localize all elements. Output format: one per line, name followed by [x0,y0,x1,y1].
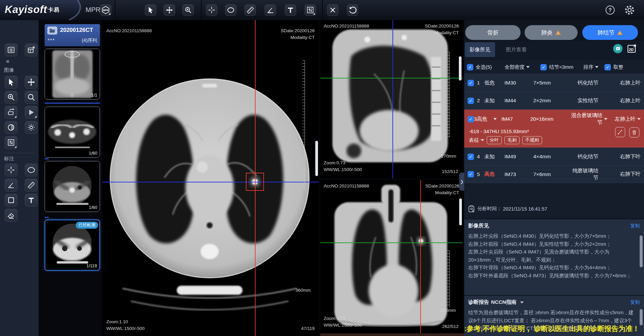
slice-scrollbar[interactable] [315,141,318,176]
window-level-icon [7,138,15,147]
tab-fracture[interactable]: 骨折 [465,25,521,40]
study-header[interactable]: 20200126CT *** (4)序列 [45,24,100,46]
panel-collapse-handle[interactable]: ❯ [459,173,465,191]
nodule-roi-box[interactable] [246,173,264,191]
nodule-row-2[interactable]: ✓ 2 未知 IM44 2×2mm 实性结节 右肺上叶 [464,92,644,109]
tab-image-view[interactable]: 图片查看 [501,42,531,57]
nodule-type-dropdown[interactable]: 混合磨玻璃结节 [568,112,602,126]
rail-ruler-button[interactable] [25,179,38,191]
tab-lung-nodule[interactable]: 肺结节 ! [582,25,638,40]
rail-pointer-button[interactable] [5,76,17,89]
viewport-axial[interactable]: AccNO:202101158888 SDate:20200126 Modali… [102,20,319,336]
thumbnail-xray[interactable]: 1/1 [45,49,100,100]
row-checkbox[interactable]: ✓ [468,80,474,86]
study-title: 20200126CT [60,27,93,34]
rail-brightness-button[interactable] [25,121,38,134]
reset-rotate-button[interactable] [347,4,358,16]
rail-eraser-button[interactable] [5,209,17,222]
risk-level-dropdown[interactable]: 高危 [477,116,492,123]
rail-rectangle-button[interactable] [5,194,17,207]
crosshair-tool-button[interactable] [206,4,217,16]
row-checkbox[interactable]: ✓ [468,171,474,177]
rail-text-button[interactable] [25,194,38,207]
report-icon [615,46,621,51]
layout-close-panel-button[interactable] [25,44,38,56]
rail-angle-button[interactable] [5,179,17,191]
series-list-panel-button[interactable] [5,44,17,56]
ellipse-tool-button[interactable] [225,4,236,16]
trait-chip[interactable]: 分叶 [487,136,502,144]
trait-chip[interactable]: 毛刺 [504,136,520,144]
nodule-location: 右肺下叶 [607,153,641,160]
row-checkbox[interactable]: ✓ [468,154,474,160]
help-button[interactable]: ? [604,4,616,16]
slice-scrollbar[interactable] [459,56,462,80]
density-dropdown[interactable]: 全部密度 [504,64,525,70]
window-level-tool-button[interactable] [305,4,316,16]
nodule-row-1[interactable]: ✓ 1 低危 IM30 7×5mm 钙化结节 右肺上叶 [464,74,644,92]
row-checkbox[interactable]: ✓ [468,98,474,104]
angle-tool-button[interactable] [265,4,276,16]
nodule-row-4[interactable]: ✓ 4 未知 IM49 4×4mm 钙化结节 右肺下叶 [464,148,644,165]
svg-text:MPR: MPR [103,9,109,12]
locate-nodule-button[interactable] [615,127,625,137]
mode-2d-button[interactable]: 2D [627,44,637,53]
rail-crosshair-button[interactable] [5,164,17,176]
findings-copy-button[interactable]: 复制 [630,223,640,229]
ruler-icon [246,6,254,14]
pointer-tool-button[interactable] [145,4,156,16]
rail-cine-play-button[interactable] [25,106,38,119]
report-copy-button[interactable]: 复制 [630,299,640,305]
viewport-coronal[interactable]: AccNO:202101158888 SDate:20200126 Modali… [320,180,463,333]
rail-window-level-button[interactable] [5,136,17,149]
row-number: 5 [477,171,484,177]
folder-button[interactable] [47,26,57,35]
nodule-row-5[interactable]: ✓ 5 高危 IM73 7×6mm 纯磨玻璃结节 右肺下叶 [464,165,644,183]
nodule-row-3-selected[interactable]: ✓ 3 高危 IM47 20×16mm 混合磨玻璃结节 左肺上叶 -618 - … [464,109,644,148]
zoom-in-tool-button[interactable] [182,4,194,16]
thumbnail-ct-scout[interactable]: 1/60 [45,161,100,212]
crosshair-vertical-blue[interactable] [392,20,393,178]
report-chat-button[interactable] [613,44,623,53]
finding-line: 右肺下叶背段（SeNO.4 IM49）见钙化结节影，大小为4×4mm； [468,264,636,272]
tab-imaging-findings[interactable]: 影像所见 [465,42,495,57]
crosshair-vertical-red[interactable] [420,180,421,333]
findings-scrollbar[interactable] [640,235,643,267]
delete-annotation-button[interactable] [327,4,338,16]
round-checkbox[interactable]: ✓ [604,64,611,70]
sort-dropdown[interactable]: 排序 [583,64,593,70]
rail-pan-button[interactable] [25,76,38,89]
select-all-checkbox[interactable]: ✓ [467,64,473,70]
text-tool-button[interactable] [285,4,296,16]
mpr-button[interactable]: MPR [100,4,111,16]
modality: Modality:CT [435,189,459,196]
svg-text:?: ? [608,7,612,13]
viewport-sagittal[interactable]: AccNO:202101158888 SDate:20200126 Modali… [320,20,462,178]
rail-ellipse-button[interactable] [25,164,38,176]
pan-tool-button[interactable] [164,4,175,16]
thumbnail-ct-lung-selected[interactable]: 已经检测 1/119 [45,220,100,271]
thumbnail-ct-mediastinum[interactable]: 1/60 [45,107,100,158]
ruler-tool-button[interactable] [245,4,256,16]
row-checkbox[interactable]: ✓ [468,116,474,122]
nodule-location-dropdown[interactable]: 左肺上叶 [607,116,636,123]
crosshair-horizontal-green[interactable] [320,78,462,78]
angle-icon [266,6,274,14]
trait-chip[interactable]: 不规则 [522,136,542,144]
tab-pneumonia[interactable]: 肺炎 ! [525,25,578,40]
crosshair-horizontal-green[interactable] [320,242,463,243]
rail-rotate-button[interactable] [5,106,17,119]
trait-dropdown[interactable]: 表征 [469,137,479,144]
small-nodule-checkbox[interactable]: ✓ [540,64,547,70]
rail-magnify-button[interactable] [25,91,38,104]
guideline-dropdown[interactable]: NCCN指南 [491,299,517,306]
report-scrollbar[interactable] [640,309,643,325]
slice-scrollbar[interactable] [459,199,462,225]
rail-contrast-button[interactable] [5,121,17,134]
crosshair-horizontal-blue[interactable] [102,182,319,182]
eraser-icon [7,211,15,219]
delete-nodule-button[interactable] [629,127,639,137]
rail-zoom-in-button[interactable] [5,91,17,104]
collapse-rail-button[interactable]: « [6,58,9,65]
settings-button[interactable] [624,4,635,16]
